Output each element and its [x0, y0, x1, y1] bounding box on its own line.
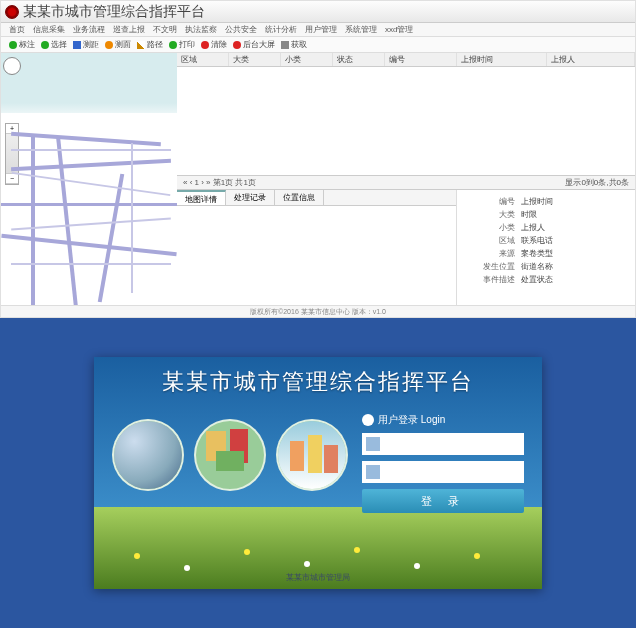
username-input[interactable] [384, 439, 520, 449]
map-panel[interactable]: + − [1, 53, 177, 305]
tool-bigscreen[interactable]: 后台大屏 [233, 39, 275, 50]
login-screen: 某某市城市管理综合指挥平台 用户登录 Login [0, 318, 636, 628]
detail-left-body [177, 206, 456, 306]
col-id[interactable]: 编号 [385, 53, 457, 66]
login-form: 用户登录 Login 登 录 [362, 413, 524, 513]
ruler-icon [73, 41, 81, 49]
field-row: 区域联系电话 [467, 235, 625, 246]
grid-pager: « ‹ 1 › » 第1页 共1页 显示0到0条,共0条 [177, 175, 635, 189]
field-row: 来源案卷类型 [467, 248, 625, 259]
zoom-out-button[interactable]: − [6, 174, 18, 184]
mark-icon [9, 41, 17, 49]
main-app-window: 某某市城市管理综合指挥平台 首页 信息采集 业务流程 巡查上报 不文明 执法监察… [0, 0, 636, 318]
menu-xxd[interactable]: xxd管理 [385, 24, 413, 35]
tool-distance[interactable]: 测距 [73, 39, 99, 50]
menu-system[interactable]: 系统管理 [345, 24, 377, 35]
pager-nav[interactable]: « ‹ 1 › » 第1页 共1页 [183, 177, 256, 188]
select-icon [41, 41, 49, 49]
menu-uncivil[interactable]: 不文明 [153, 24, 177, 35]
detail-tabs: 地图详情 处理记录 位置信息 [177, 190, 456, 206]
menu-stats[interactable]: 统计分析 [265, 24, 297, 35]
field-row: 事件描述处置状态 [467, 274, 625, 285]
login-footer: 某某市城市管理局 [94, 572, 542, 583]
tab-location[interactable]: 位置信息 [275, 190, 324, 205]
tool-mark[interactable]: 标注 [9, 39, 35, 50]
fetch-icon [281, 41, 289, 49]
username-field[interactable] [362, 433, 524, 455]
login-header: 用户登录 Login [362, 413, 524, 427]
window-titlebar: 某某市城市管理综合指挥平台 [1, 1, 635, 23]
tool-route[interactable]: 路径 [137, 39, 163, 50]
user-icon [366, 437, 380, 451]
lock-icon [366, 465, 380, 479]
col-reporter[interactable]: 上报人 [547, 53, 635, 66]
detail-panel: 地图详情 处理记录 位置信息 编号上报时间 大类时限 小类上报人 区域联系电话 … [177, 189, 635, 305]
tool-clear[interactable]: 清除 [201, 39, 227, 50]
col-area[interactable]: 区域 [177, 53, 229, 66]
grid-body-empty [177, 67, 635, 175]
col-status[interactable]: 状态 [333, 53, 385, 66]
data-panel: 区域 大类 小类 状态 编号 上报时间 上报人 « ‹ 1 › » 第1页 共1… [177, 53, 635, 305]
login-thumbs [112, 419, 348, 491]
menu-enforce[interactable]: 执法监察 [185, 24, 217, 35]
thumb-blocks [194, 419, 266, 491]
field-row: 编号上报时间 [467, 196, 625, 207]
main-menu-bar: 首页 信息采集 业务流程 巡查上报 不文明 执法监察 公共安全 统计分析 用户管… [1, 23, 635, 37]
area-icon [105, 41, 113, 49]
user-lock-icon [362, 414, 374, 426]
tool-select[interactable]: 选择 [41, 39, 67, 50]
app-footer: 版权所有©2016 某某市信息中心 版本：v1.0 [1, 305, 635, 317]
detail-fields: 编号上报时间 大类时限 小类上报人 区域联系电话 来源案卷类型 发生位置街道名称… [457, 190, 635, 305]
login-button[interactable]: 登 录 [362, 489, 524, 513]
field-row: 小类上报人 [467, 222, 625, 233]
password-field[interactable] [362, 461, 524, 483]
app-body: + − 区域 大类 小类 状态 编号 [1, 53, 635, 305]
field-row: 发生位置街道名称 [467, 261, 625, 272]
menu-patrol[interactable]: 巡查上报 [113, 24, 145, 35]
tool-fetch[interactable]: 获取 [281, 39, 307, 50]
password-input[interactable] [384, 467, 520, 477]
tool-area[interactable]: 测面 [105, 39, 131, 50]
col-subtype[interactable]: 小类 [281, 53, 333, 66]
tool-print[interactable]: 打印 [169, 39, 195, 50]
route-icon [137, 41, 145, 49]
map-pan-control[interactable] [3, 57, 21, 75]
menu-users[interactable]: 用户管理 [305, 24, 337, 35]
pager-summary: 显示0到0条,共0条 [565, 177, 629, 188]
field-row: 大类时限 [467, 209, 625, 220]
app-logo-icon [5, 5, 19, 19]
tab-process-log[interactable]: 处理记录 [226, 190, 275, 205]
login-box: 某某市城市管理综合指挥平台 用户登录 Login [94, 357, 542, 589]
menu-collect[interactable]: 信息采集 [33, 24, 65, 35]
login-title: 某某市城市管理综合指挥平台 [94, 367, 542, 397]
clear-icon [201, 41, 209, 49]
col-bigtype[interactable]: 大类 [229, 53, 281, 66]
col-time[interactable]: 上报时间 [457, 53, 547, 66]
tab-map-detail[interactable]: 地图详情 [177, 190, 226, 205]
menu-process[interactable]: 业务流程 [73, 24, 105, 35]
thumb-planning [112, 419, 184, 491]
print-icon [169, 41, 177, 49]
app-title: 某某市城市管理综合指挥平台 [23, 3, 205, 21]
menu-home[interactable]: 首页 [9, 24, 25, 35]
map-toolbar: 标注 选择 测距 测面 路径 打印 清除 后台大屏 获取 [1, 37, 635, 53]
grid-header: 区域 大类 小类 状态 编号 上报时间 上报人 [177, 53, 635, 67]
menu-safety[interactable]: 公共安全 [225, 24, 257, 35]
screen-icon [233, 41, 241, 49]
thumb-city [276, 419, 348, 491]
